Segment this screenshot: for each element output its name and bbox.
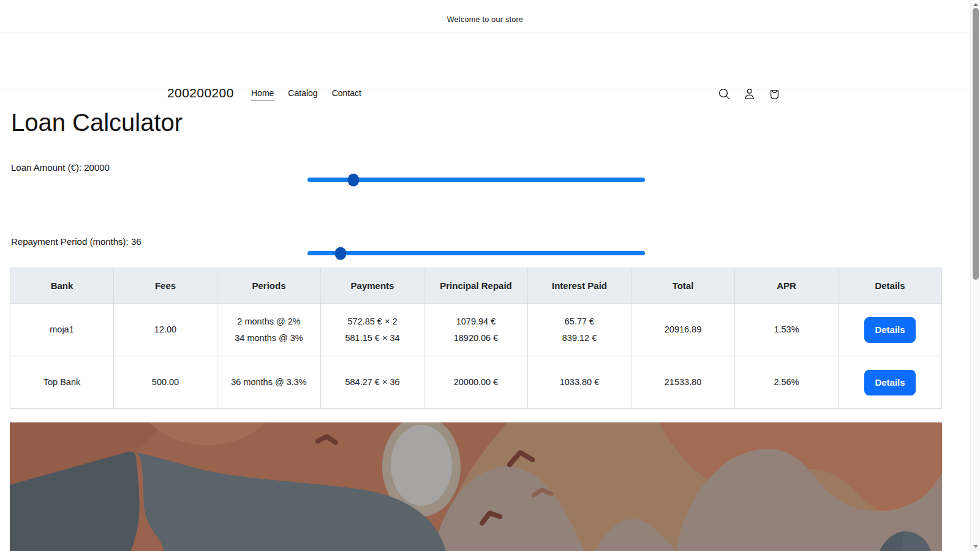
- search-button[interactable]: [717, 84, 731, 103]
- header-icons: [717, 84, 782, 103]
- scrollbar-down-arrow[interactable]: [971, 542, 980, 550]
- cell-bank: Top Bank: [10, 356, 114, 409]
- repayment-slider[interactable]: [307, 247, 645, 260]
- scrollbar-up-arrow[interactable]: [971, 0, 980, 9]
- cell-apr: 1.53%: [735, 304, 839, 356]
- site-header: 200200200 Home Catalog Contact: [0, 32, 970, 89]
- loan-amount-slider[interactable]: [307, 173, 645, 186]
- cell-fees: 12.00: [114, 304, 217, 356]
- cell-details: Details: [839, 304, 942, 356]
- column-header: Periods: [217, 268, 321, 304]
- details-button[interactable]: Details: [864, 370, 915, 395]
- results-table-header-row: BankFeesPeriodsPaymentsPrincipal RepaidI…: [10, 268, 942, 304]
- scrollbar-thumb[interactable]: [973, 8, 979, 280]
- cell-bank: moja1: [10, 304, 114, 356]
- cell-principal-repaid: 1079.94 €18920.06 €: [424, 304, 528, 356]
- column-header: APR: [735, 268, 839, 304]
- cell-details: Details: [839, 356, 942, 409]
- cell-periods: 36 months @ 3.3%: [217, 356, 321, 409]
- account-button[interactable]: [742, 84, 756, 103]
- loan-calculator-page: Welcome to our store 200200200 Home Cata…: [0, 0, 980, 551]
- details-button[interactable]: Details: [864, 317, 915, 343]
- repayment-period-label: Repayment Period (months): 36: [11, 236, 141, 247]
- cell-apr: 2.56%: [735, 356, 839, 409]
- cell-total: 20916.89: [631, 304, 735, 356]
- desert-scene-image: [10, 422, 942, 551]
- cell-interest-paid: 1033.80 €: [528, 356, 631, 409]
- slider-thumb[interactable]: [347, 173, 359, 186]
- nav-link-contact[interactable]: Contact: [332, 88, 361, 98]
- column-header: Bank: [10, 268, 114, 304]
- cell-principal-repaid: 20000.00 €: [424, 356, 528, 409]
- cart-button[interactable]: [767, 84, 782, 103]
- cell-payments: 572.85 € × 2581.15 € × 34: [321, 304, 424, 356]
- cell-fees: 500.00: [114, 356, 217, 409]
- announcement-text: Welcome to our store: [447, 8, 524, 24]
- nav-link-home[interactable]: Home: [251, 88, 274, 98]
- cell-total: 21533.80: [631, 356, 735, 409]
- main-nav: Home Catalog Contact: [251, 88, 361, 98]
- column-header: Interest Paid: [528, 268, 631, 304]
- column-header: Payments: [321, 268, 424, 304]
- column-header: Fees: [114, 268, 217, 304]
- cell-payments: 584.27 € × 36: [321, 356, 424, 409]
- store-logo[interactable]: 200200200: [167, 86, 234, 100]
- account-icon: [743, 88, 756, 100]
- announcement-bar: Welcome to our store: [0, 0, 970, 32]
- table-row: moja112.002 months @ 2%34 months @ 3%572…: [10, 304, 942, 356]
- page-title: Loan Calculator: [11, 109, 183, 137]
- table-row: Top Bank500.0036 months @ 3.3%584.27 € ×…: [10, 356, 942, 409]
- search-icon: [718, 88, 731, 100]
- results-table-body: moja112.002 months @ 2%34 months @ 3%572…: [10, 304, 942, 409]
- column-header: Total: [631, 268, 735, 304]
- column-header: Details: [839, 268, 942, 304]
- column-header: Principal Repaid: [424, 268, 528, 304]
- cell-interest-paid: 65.77 €839.12 €: [528, 304, 631, 356]
- footer-illustration: [10, 422, 942, 551]
- loan-results-table: BankFeesPeriodsPaymentsPrincipal RepaidI…: [10, 268, 942, 409]
- vertical-scrollbar[interactable]: [970, 0, 980, 551]
- nav-link-catalog[interactable]: Catalog: [288, 88, 317, 98]
- cart-icon: [768, 88, 781, 100]
- slider-track[interactable]: [307, 251, 645, 255]
- slider-thumb[interactable]: [334, 247, 346, 260]
- cell-periods: 2 months @ 2%34 months @ 3%: [217, 304, 321, 356]
- loan-amount-label: Loan Amount (€): 20000: [11, 162, 110, 173]
